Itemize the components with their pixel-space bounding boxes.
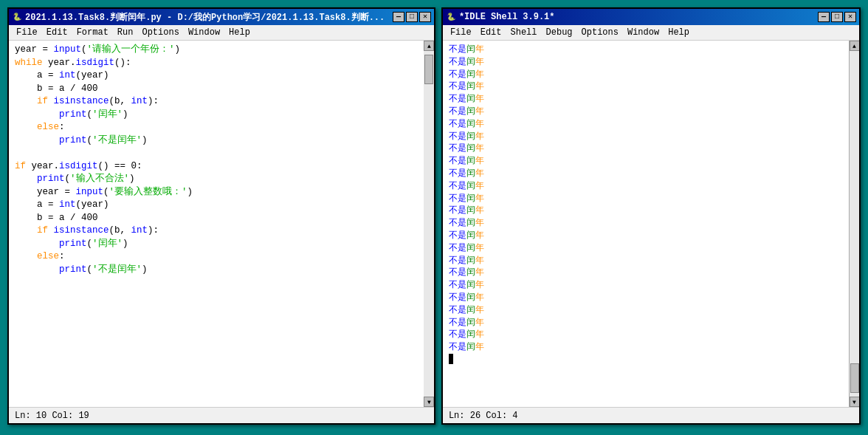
shell-minimize-btn[interactable]: —: [818, 12, 830, 22]
shell-scroll-track: [850, 51, 860, 397]
shell-line-12: 不是闰年: [449, 180, 843, 193]
editor-menu-bar: File Edit Format Run Options Window Help: [9, 25, 434, 41]
shell-maximize-btn[interactable]: □: [831, 12, 843, 22]
shell-line-4: 不是闰年: [449, 81, 843, 93]
shell-icon: 🐍: [446, 12, 456, 22]
code-line-15: if isinstance(b, int):: [15, 225, 418, 238]
shell-scroll-thumb[interactable]: [850, 363, 859, 393]
code-line-5: if isinstance(b, int):: [15, 95, 418, 109]
shell-cursor-line: [449, 354, 843, 364]
code-line-7: else:: [15, 121, 418, 134]
shell-line-15: 不是闰年: [449, 217, 843, 230]
shell-line-20: 不是闰年: [449, 279, 843, 292]
shell-line-3: 不是闰年: [449, 69, 843, 81]
shell-line-22: 不是闰年: [449, 304, 843, 317]
code-line-14: b = a / 400: [15, 212, 418, 225]
shell-menu-options[interactable]: Options: [577, 26, 623, 39]
code-line-4: b = a / 400: [15, 83, 418, 96]
editor-menu-file[interactable]: File: [12, 26, 42, 39]
shell-line-18: 不是闰年: [449, 255, 843, 267]
shell-window: 🐍 *IDLE Shell 3.9.1* — □ ✕ File Edit She…: [441, 7, 861, 425]
shell-line-21: 不是闰年: [449, 292, 843, 304]
shell-menu-shell[interactable]: Shell: [506, 26, 542, 39]
shell-line-14: 不是闰年: [449, 205, 843, 217]
shell-line-7: 不是闰年: [449, 118, 843, 131]
code-line-12: year = input('要输入整数哦：'): [15, 186, 418, 199]
shell-line-5: 不是闰年: [449, 93, 843, 106]
editor-menu-edit[interactable]: Edit: [42, 26, 72, 39]
shell-line-17: 不是闰年: [449, 242, 843, 255]
editor-window-buttons: — □ ✕: [393, 12, 431, 22]
shell-menu-window[interactable]: Window: [623, 26, 664, 39]
shell-menu-edit[interactable]: Edit: [476, 26, 506, 39]
editor-body: year = input('请输入一个年份：') while year.isdi…: [9, 41, 434, 407]
shell-menu-file[interactable]: File: [446, 26, 476, 39]
shell-status-text: Ln: 26 Col: 4: [449, 411, 518, 421]
shell-scroll-up[interactable]: ▲: [850, 41, 860, 51]
editor-icon: 🐍: [12, 12, 22, 22]
shell-line-2: 不是闰年: [449, 56, 843, 69]
shell-scrollbar[interactable]: ▲ ▼: [849, 41, 859, 407]
editor-menu-help[interactable]: Help: [224, 26, 255, 39]
shell-line-24: 不是闰年: [449, 329, 843, 341]
code-line-9: [15, 147, 418, 160]
scroll-down-arrow[interactable]: ▼: [424, 397, 434, 407]
shell-line-13: 不是闰年: [449, 193, 843, 205]
editor-maximize-btn[interactable]: □: [406, 12, 418, 22]
code-editor[interactable]: year = input('请输入一个年份：') while year.isdi…: [9, 41, 424, 407]
code-line-18: print('不是闰年'): [15, 264, 418, 277]
editor-menu-run[interactable]: Run: [113, 26, 138, 39]
shell-menu-debug[interactable]: Debug: [542, 26, 577, 39]
shell-line-23: 不是闰年: [449, 317, 843, 329]
editor-minimize-btn[interactable]: —: [393, 12, 404, 22]
editor-status-bar: Ln: 10 Col: 19: [9, 407, 434, 423]
shell-line-11: 不是闰年: [449, 168, 843, 180]
shell-menu-bar: File Edit Shell Debug Options Window Hel…: [443, 25, 859, 41]
shell-status-bar: Ln: 26 Col: 4: [443, 407, 859, 423]
code-line-8: print('不是闰年'): [15, 134, 418, 148]
shell-line-1: 不是闰年: [449, 44, 843, 56]
editor-window: 🐍 2021.1.13.Task8.判断闰年.py - D:/我的Python学…: [7, 7, 435, 425]
code-line-10: if year.isdigit() == 0:: [15, 160, 418, 174]
shell-menu-help[interactable]: Help: [664, 26, 694, 39]
shell-line-10: 不是闰年: [449, 155, 843, 168]
code-line-16: print('闰年'): [15, 238, 418, 251]
editor-title-bar: 🐍 2021.1.13.Task8.判断闰年.py - D:/我的Python学…: [9, 9, 434, 25]
shell-line-9: 不是闰年: [449, 143, 843, 155]
shell-line-25: 不是闰年: [449, 341, 843, 354]
code-line-1: year = input('请输入一个年份：'): [15, 44, 418, 57]
code-line-2: while year.isdigit():: [15, 57, 418, 70]
editor-scrollbar[interactable]: ▲ ▼: [424, 41, 434, 407]
shell-line-16: 不是闰年: [449, 230, 843, 242]
code-line-3: a = int(year): [15, 69, 418, 83]
code-line-6: print('闰年'): [15, 109, 418, 122]
scroll-up-arrow[interactable]: ▲: [424, 41, 434, 51]
scroll-thumb[interactable]: [424, 55, 433, 84]
editor-menu-options[interactable]: Options: [137, 26, 183, 39]
shell-line-8: 不是闰年: [449, 131, 843, 143]
shell-scroll-down[interactable]: ▼: [850, 397, 860, 407]
shell-line-19: 不是闰年: [449, 267, 843, 279]
editor-title: 2021.1.13.Task8.判断闰年.py - D:/我的Python学习/…: [25, 11, 390, 24]
shell-close-btn[interactable]: ✕: [844, 12, 856, 22]
editor-close-btn[interactable]: ✕: [419, 12, 431, 22]
scroll-track: [424, 51, 434, 397]
shell-window-buttons: — □ ✕: [818, 12, 856, 22]
shell-title-bar: 🐍 *IDLE Shell 3.9.1* — □ ✕: [443, 9, 859, 25]
shell-title: *IDLE Shell 3.9.1*: [459, 12, 815, 22]
editor-status-text: Ln: 10 Col: 19: [15, 411, 89, 421]
code-line-11: print('输入不合法'): [15, 173, 418, 186]
editor-menu-format[interactable]: Format: [72, 26, 113, 39]
code-line-13: a = int(year): [15, 199, 418, 212]
code-line-17: else:: [15, 250, 418, 264]
shell-output[interactable]: 不是闰年 不是闰年 不是闰年 不是闰年 不是闰年 不是闰年 不是闰年 不是闰年 …: [443, 41, 849, 407]
shell-line-6: 不是闰年: [449, 106, 843, 118]
editor-menu-window[interactable]: Window: [184, 26, 224, 39]
